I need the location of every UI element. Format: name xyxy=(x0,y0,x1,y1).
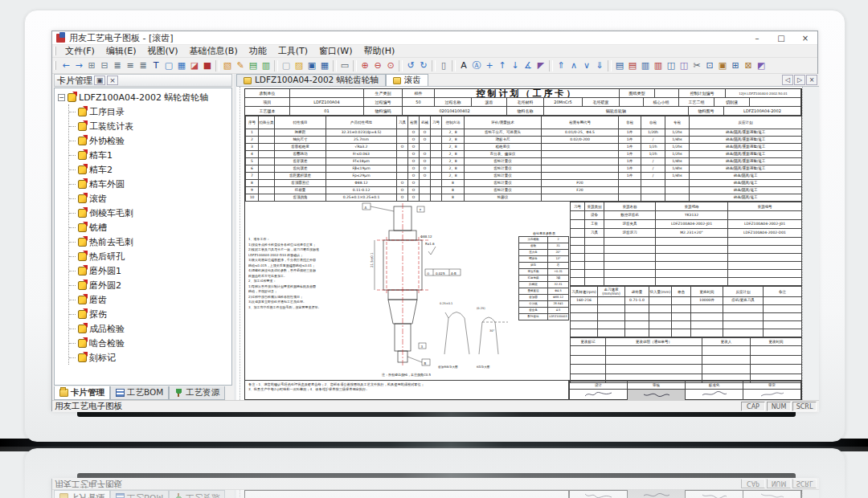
menu-item[interactable]: 基础信息(B) xyxy=(184,45,244,57)
tree-item[interactable]: 滚齿 xyxy=(69,191,231,206)
minimize-button[interactable]: – xyxy=(745,31,769,44)
undo-icon[interactable]: ↺ xyxy=(404,59,417,72)
expander-icon[interactable]: − xyxy=(58,94,65,101)
move-top-icon[interactable]: ⇑ xyxy=(555,59,567,72)
delete-block-icon[interactable]: ■ xyxy=(201,59,214,72)
image-export-icon[interactable]: ▥ xyxy=(260,59,272,72)
align-top-icon[interactable]: ≣ xyxy=(111,59,124,72)
tree-item[interactable]: 精车外圆 xyxy=(69,177,231,191)
close-button[interactable]: × xyxy=(793,31,817,44)
tree-item[interactable]: 精车2 xyxy=(69,162,231,177)
tree-item[interactable]: 外协检验 xyxy=(69,133,231,148)
move-down-icon[interactable]: ∨ xyxy=(580,59,593,72)
insert-frame-icon[interactable]: ▢ xyxy=(162,59,175,72)
symbol-plus-icon[interactable]: + xyxy=(483,59,496,72)
sidebar-tab[interactable]: 工艺BOM xyxy=(110,386,169,400)
row-delete-icon[interactable]: ▤ xyxy=(626,59,639,72)
copy-card-icon[interactable]: ⊞ xyxy=(729,59,742,72)
nav-forward-icon[interactable]: → xyxy=(72,59,85,72)
separator[interactable] xyxy=(549,60,553,71)
flag-icon[interactable]: ◤ xyxy=(534,59,547,72)
sidebar-tab[interactable]: 工艺资源 xyxy=(169,386,225,400)
symbol-angle-icon[interactable]: ∡ xyxy=(522,59,534,72)
menu-item[interactable]: 编辑(E) xyxy=(100,45,142,57)
cell-border-icon[interactable]: ⊞ xyxy=(85,59,98,72)
row-insert-icon[interactable]: ▤ xyxy=(613,59,626,72)
eraser-icon[interactable]: ◪ xyxy=(188,59,201,72)
col-insert-icon[interactable]: ▥ xyxy=(639,59,652,72)
tree-root[interactable]: − LDFZ100A04-2002 蜗轮齿轮轴 xyxy=(58,90,231,104)
copy-icon[interactable]: ⊡ xyxy=(703,59,716,72)
separator[interactable] xyxy=(353,60,357,71)
print-icon[interactable]: ▭ xyxy=(338,59,351,72)
panel-close-icon[interactable]: × xyxy=(107,76,118,85)
tree-item[interactable]: 磨外圆2 xyxy=(69,278,231,292)
sidebar-tab[interactable]: 卡片管理 xyxy=(54,386,110,400)
align-bottom-icon[interactable]: ≣ xyxy=(137,59,149,72)
symbol-down-icon[interactable]: ↓ xyxy=(509,59,522,72)
menu-item[interactable]: 窗口(W) xyxy=(313,45,358,57)
card-props-icon[interactable]: ◩ xyxy=(755,59,768,72)
separator[interactable] xyxy=(452,60,456,71)
document-tab[interactable]: 滚齿 xyxy=(386,74,428,86)
image-insert-icon[interactable]: ▤ xyxy=(247,59,260,72)
tree-item[interactable]: 工装统计表 xyxy=(69,119,231,133)
menu-item[interactable]: 文件(F) xyxy=(59,45,100,57)
menu-item[interactable]: 工具(T) xyxy=(272,45,313,57)
tree-item[interactable]: 探伤 xyxy=(69,307,231,321)
tab-close-icon[interactable]: × xyxy=(806,75,817,85)
align-middle-icon[interactable]: ≡ xyxy=(124,59,137,72)
text-tool-icon[interactable]: T xyxy=(149,59,162,72)
tree-item[interactable]: 工序目录 xyxy=(69,104,231,119)
zoom-fit-icon[interactable]: ⊙ xyxy=(384,59,397,72)
tree-item[interactable]: 热前去毛刺 xyxy=(69,235,231,249)
insert-grid-icon[interactable]: ▦ xyxy=(175,59,188,72)
cut-icon[interactable]: ✂ xyxy=(690,59,703,72)
cell-shade-icon[interactable]: ⊟ xyxy=(98,59,111,72)
zoom-out-icon[interactable]: ⊖ xyxy=(371,59,384,72)
symbol-up-icon[interactable]: ↑ xyxy=(496,59,509,72)
separator[interactable] xyxy=(432,60,436,71)
separator[interactable] xyxy=(399,60,403,71)
tree-item[interactable]: 精车1 xyxy=(69,148,231,162)
save-icon[interactable]: ▣ xyxy=(305,59,318,72)
move-up-icon[interactable]: ∧ xyxy=(567,59,580,72)
tree-item[interactable]: 刻标记 xyxy=(69,350,231,365)
dock-pin-icon[interactable]: ▣ xyxy=(94,76,105,85)
menu-item[interactable]: 帮助(H) xyxy=(358,45,401,57)
char-map-icon[interactable]: Ⓐ xyxy=(470,59,483,72)
pencil-icon[interactable]: ✎ xyxy=(234,59,247,72)
font-icon[interactable]: A xyxy=(457,59,470,72)
separator[interactable] xyxy=(215,60,219,71)
separator[interactable] xyxy=(333,60,337,71)
tree-item[interactable]: 磨外圆1 xyxy=(69,263,231,278)
tab-next-icon[interactable]: ▷ xyxy=(794,75,805,85)
new-file-icon[interactable]: ▢ xyxy=(280,59,293,72)
paste-icon[interactable]: ▣ xyxy=(716,59,729,72)
col-delete-icon[interactable]: ▥ xyxy=(652,59,665,72)
paste-card-icon[interactable]: ⊠ xyxy=(742,59,755,72)
separator[interactable] xyxy=(274,60,278,71)
nav-back-icon[interactable]: ← xyxy=(59,59,72,72)
tree-item[interactable]: 铣槽 xyxy=(69,220,231,235)
move-bottom-icon[interactable]: ⇓ xyxy=(593,59,606,72)
restore-button[interactable]: □ xyxy=(769,31,793,44)
tab-prev-icon[interactable]: ◁ xyxy=(782,75,793,85)
tree-item[interactable]: 热后研孔 xyxy=(69,249,231,263)
menu-item[interactable]: 功能 xyxy=(244,45,272,57)
redo-icon[interactable]: ↻ xyxy=(417,59,430,72)
tree-item[interactable]: 磨齿 xyxy=(69,292,231,307)
open-file-icon[interactable]: ▨ xyxy=(293,59,305,72)
preview-icon[interactable]: ▯ xyxy=(437,59,450,72)
select-region-icon[interactable]: ▧ xyxy=(221,59,234,72)
document-tab[interactable]: LDFZ100A04-2002 蜗轮齿轮轴 xyxy=(236,74,386,86)
tree-item[interactable]: 啮合检验 xyxy=(69,336,231,350)
zoom-in-icon[interactable]: ⊕ xyxy=(358,59,371,72)
tree-item[interactable]: 倒棱车毛刺 xyxy=(69,206,231,220)
menu-item[interactable]: 视图(V) xyxy=(141,45,183,57)
merge-cells-icon[interactable]: ◫ xyxy=(665,59,678,72)
process-card-page[interactable]: 承制单位生产类别样件控制计划（工序卡）图纸类型控制计划编号12JH.LDFZ10… xyxy=(244,88,802,400)
save-all-icon[interactable]: ▦ xyxy=(318,59,331,72)
split-cells-icon[interactable]: ◫ xyxy=(678,59,690,72)
separator[interactable] xyxy=(608,60,612,71)
